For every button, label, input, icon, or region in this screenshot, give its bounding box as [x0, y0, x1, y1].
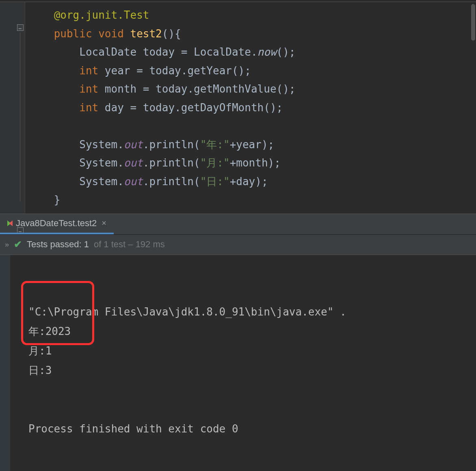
type-localdate: LocalDate	[79, 46, 136, 58]
console-line-day: 日:3	[28, 364, 52, 376]
method-name: test2	[130, 28, 162, 40]
check-icon: ✔	[14, 239, 22, 250]
tests-summary: of 1 test – 192 ms	[94, 239, 165, 250]
code-editor[interactable]: @org.junit.Test public void test2(){ Loc…	[0, 2, 476, 214]
static-field: out	[124, 138, 143, 151]
string-literal: "年:"	[200, 138, 230, 151]
code-content[interactable]: @org.junit.Test public void test2(){ Loc…	[0, 6, 476, 210]
expand-icon[interactable]: »	[5, 240, 9, 249]
vertical-scrollbar[interactable]	[471, 4, 475, 41]
keyword-int: int	[79, 65, 98, 77]
console-command: "C:\Program Files\Java\jdk1.8.0_91\bin\j…	[28, 306, 346, 318]
console-exit-message: Process finished with exit code 0	[28, 423, 238, 435]
console-line-year: 年:2023	[28, 325, 71, 337]
run-tab[interactable]: Java8DateTest.test2 ×	[0, 214, 114, 234]
fold-collapse-icon[interactable]	[17, 24, 24, 31]
console-line-month: 月:1	[28, 345, 52, 357]
keyword-public: public	[54, 28, 92, 40]
tests-passed-label: Tests passed: 1	[27, 239, 89, 250]
close-icon[interactable]: ×	[102, 218, 106, 228]
keyword-void: void	[98, 28, 124, 40]
run-rerun-icon	[7, 220, 11, 226]
annotation: @org.junit.Test	[54, 9, 149, 21]
console-output[interactable]: "C:\Program Files\Java\jdk1.8.0_91\bin\j…	[0, 255, 476, 471]
run-tab-label: Java8DateTest.test2	[16, 218, 97, 229]
run-tab-bar: Java8DateTest.test2 ×	[0, 214, 476, 235]
editor-gutter	[0, 2, 25, 214]
console-gutter	[0, 255, 10, 471]
static-method: now	[257, 46, 277, 58]
test-status-bar: » ✔ Tests passed: 1 of 1 test – 192 ms	[0, 235, 476, 255]
fold-line	[20, 32, 20, 201]
